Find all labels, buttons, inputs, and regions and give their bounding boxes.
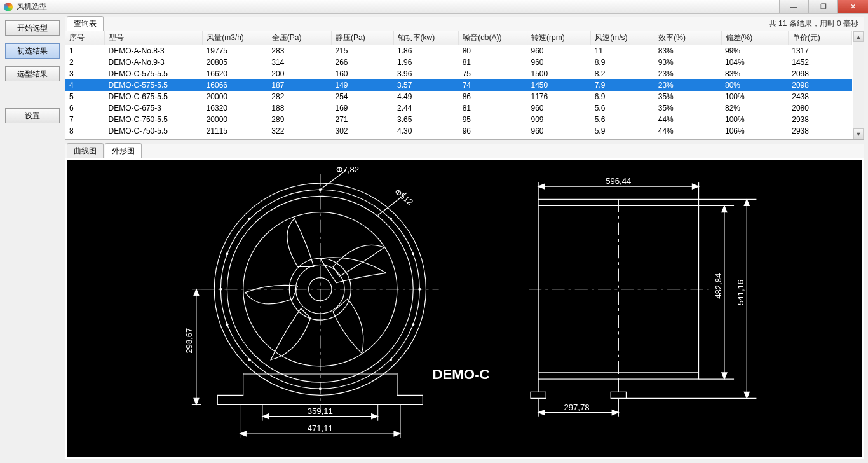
table-cell: DEMO-C-675-3 (105, 102, 203, 114)
table-row[interactable]: 7DEMO-C-750-5.5200002892713.65959095.644… (65, 114, 852, 125)
col-header[interactable]: 偏差(%) (721, 31, 788, 45)
close-button[interactable]: ✕ (837, 0, 868, 13)
table-cell: DEMO-C-675-5.5 (105, 91, 203, 102)
table-cell: 5 (65, 91, 105, 102)
svg-marker-33 (372, 414, 378, 419)
table-cell: 23% (654, 79, 721, 91)
table-cell: 4 (65, 79, 105, 91)
svg-point-14 (390, 218, 392, 220)
table-cell: 11 (591, 45, 654, 57)
col-header[interactable]: 效率(%) (654, 31, 721, 45)
svg-marker-47 (538, 184, 545, 189)
table-row[interactable]: 9DEMO-C-900-4200002852752.99716204.153%1… (65, 137, 852, 139)
table-row[interactable]: 1DEMO-A-No.8-3197752832151.86809601183%9… (65, 45, 852, 57)
table-cell: 322 (268, 125, 331, 137)
col-header[interactable]: 序号 (65, 31, 105, 45)
results-table[interactable]: 序号型号风量(m3/h)全压(Pa)静压(Pa)轴功率(kw)噪音(db(A))… (65, 31, 852, 139)
table-cell: 289 (268, 114, 331, 125)
preliminary-results-button[interactable]: 初选结果 (5, 43, 60, 59)
table-cell: 8.2 (591, 68, 654, 79)
tab-curve[interactable]: 曲线图 (67, 143, 104, 158)
dim-height-base: 298,67 (184, 328, 194, 354)
tab-shape[interactable]: 外形图 (105, 143, 142, 158)
app-icon (4, 3, 13, 11)
col-header[interactable]: 风速(m/s) (591, 31, 654, 45)
table-row[interactable]: 3DEMO-C-575-5.5166202001603.967515008.22… (65, 68, 852, 79)
col-header[interactable]: 转速(rpm) (527, 31, 591, 45)
table-row[interactable]: 6DEMO-C-675-3163201881692.44819605.635%8… (65, 102, 852, 114)
svg-point-18 (412, 252, 414, 255)
table-cell: 960 (527, 57, 591, 68)
table-cell: DEMO-C-900-4 (105, 137, 203, 139)
table-cell: 5.6 (591, 114, 654, 125)
table-cell: 187 (268, 79, 331, 91)
col-header[interactable]: 轴功率(kw) (393, 31, 459, 45)
table-cell: 100% (721, 114, 788, 125)
svg-point-10 (319, 387, 322, 390)
start-selection-button[interactable]: 开始选型 (5, 20, 60, 36)
dim-phi-inner: Φ512 (393, 187, 415, 207)
table-cell: 2.44 (393, 102, 459, 114)
table-cell: 81 (459, 102, 527, 114)
col-header[interactable]: 单价(元) (788, 31, 851, 45)
table-cell: 7 (65, 114, 105, 125)
table-cell: 275 (331, 137, 393, 139)
col-header[interactable]: 风量(m3/h) (203, 31, 268, 45)
table-cell: 93% (654, 57, 721, 68)
table-cell: 1317 (788, 45, 851, 57)
table-cell: 23% (654, 68, 721, 79)
table-cell: 254 (331, 91, 393, 102)
table-cell: 3 (65, 68, 105, 79)
svg-marker-48 (692, 184, 698, 189)
svg-marker-53 (612, 410, 618, 415)
table-cell: 2438 (788, 91, 851, 102)
table-cell: 2098 (788, 68, 851, 79)
table-cell: 1 (65, 45, 105, 57)
query-status: 共 11 条结果，用时 0 毫秒 (769, 18, 858, 29)
table-cell: DEMO-C-750-5.5 (105, 114, 203, 125)
table-cell: 1500 (527, 68, 591, 79)
minimize-button[interactable]: — (779, 0, 808, 13)
table-scrollbar[interactable]: ▲ ▼ (853, 31, 864, 139)
svg-marker-62 (744, 199, 749, 205)
table-cell: 1450 (527, 79, 591, 91)
table-cell: 95 (459, 114, 527, 125)
table-cell: 6.9 (591, 91, 654, 102)
table-row[interactable]: 8DEMO-C-750-5.5211153223024.30969605.944… (65, 125, 852, 137)
table-cell: 2080 (788, 102, 851, 114)
table-cell: 149 (331, 79, 393, 91)
table-cell: DEMO-C-575-5.5 (105, 79, 203, 91)
table-cell: 82% (721, 102, 788, 114)
table-row[interactable]: 4DEMO-C-575-5.5160661871493.577414507.92… (65, 79, 852, 91)
selection-results-button[interactable]: 选型结果 (5, 66, 60, 81)
dim-side-h-inner: 482,84 (714, 273, 723, 299)
scroll-up-icon[interactable]: ▲ (853, 31, 864, 42)
table-row[interactable]: 2DEMO-A-No.9-3208053142661.96819608.993%… (65, 57, 852, 68)
scroll-down-icon[interactable]: ▼ (853, 128, 864, 139)
table-row[interactable]: 5DEMO-C-675-5.5200002822544.498611766.93… (65, 91, 852, 102)
settings-button[interactable]: 设置 (5, 108, 60, 123)
col-header[interactable]: 全压(Pa) (268, 31, 331, 45)
table-cell: DEMO-C-750-5.5 (105, 125, 203, 137)
table-cell: 169 (331, 102, 393, 114)
maximize-button[interactable]: ❐ (808, 0, 837, 13)
table-cell: 96 (459, 125, 527, 137)
col-header[interactable]: 型号 (105, 31, 203, 45)
table-cell: 314 (268, 57, 331, 68)
table-cell: 2938 (788, 125, 851, 137)
svg-point-17 (226, 252, 228, 255)
table-cell: 3.65 (393, 114, 459, 125)
table-cell: DEMO-A-No.8-3 (105, 45, 203, 57)
table-cell: 20805 (203, 57, 268, 68)
table-cell: 188 (268, 102, 331, 114)
col-header[interactable]: 噪音(db(A)) (459, 31, 527, 45)
svg-point-12 (418, 288, 421, 291)
col-header[interactable]: 静压(Pa) (331, 31, 393, 45)
table-cell: 19775 (203, 45, 268, 57)
table-cell: 35% (654, 91, 721, 102)
svg-marker-28 (194, 398, 199, 404)
table-cell: 271 (331, 114, 393, 125)
svg-marker-38 (394, 431, 400, 436)
tab-query-table[interactable]: 查询表 (67, 16, 104, 31)
table-cell: 620 (527, 137, 591, 139)
